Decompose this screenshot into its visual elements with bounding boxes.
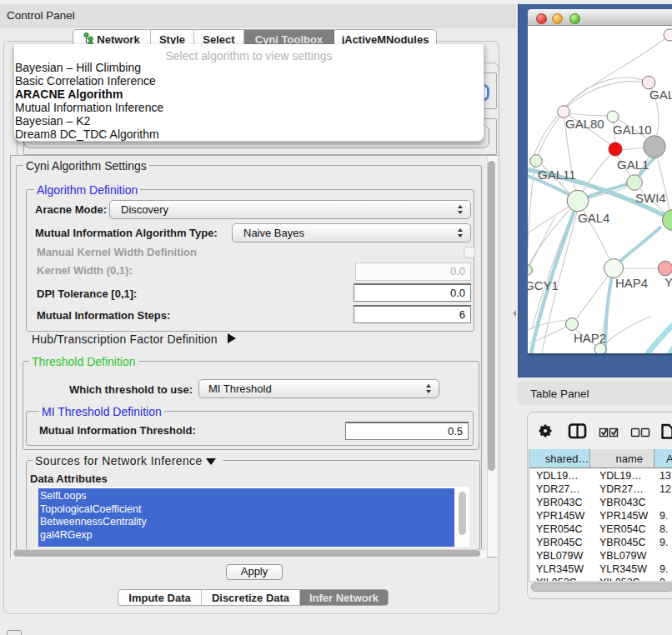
svg-text:GCY1: GCY1 — [528, 278, 559, 292]
svg-text:YB: YB — [664, 275, 672, 289]
svg-text:HAP2: HAP2 — [574, 331, 606, 345]
svg-text:GAL1: GAL1 — [617, 158, 649, 172]
svg-text:GAL2: GAL2 — [649, 88, 672, 102]
svg-text:GAL4: GAL4 — [578, 211, 609, 225]
svg-text:GAL11: GAL11 — [538, 168, 576, 182]
svg-text:GAL10: GAL10 — [613, 122, 652, 137]
svg-text:HAP4: HAP4 — [615, 276, 648, 290]
svg-text:GAL80: GAL80 — [565, 117, 604, 131]
svg-text:SWI4: SWI4 — [635, 191, 666, 205]
